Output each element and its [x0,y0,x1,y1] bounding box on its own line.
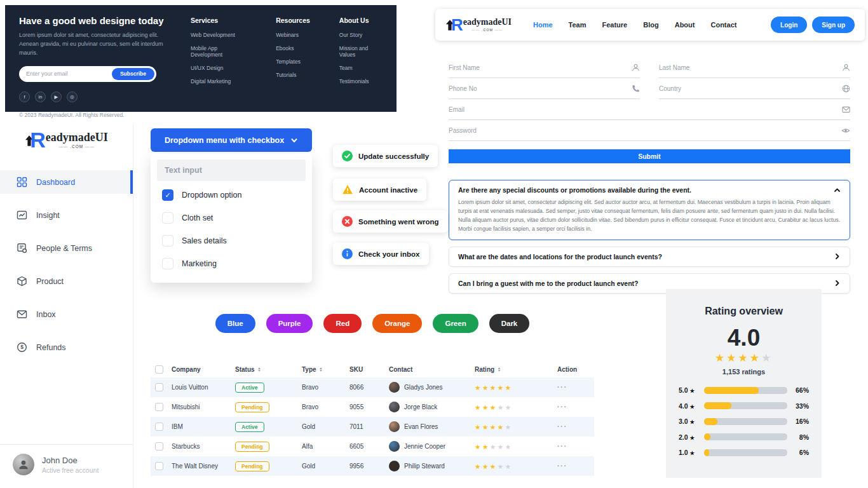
linkedin-icon[interactable]: in [35,92,46,102]
sort-icon[interactable]: ▲▼ [498,367,501,372]
sidebar-item-people-terms[interactable]: People & Terms [0,236,133,260]
sidebar-item-product[interactable]: Product [0,269,133,293]
footer-link[interactable]: Mission and Values [339,45,383,58]
star-empty-icon: ★ [505,423,513,431]
faq-item[interactable]: Are there any special discounts or promo… [449,180,850,240]
red-button[interactable]: Red [323,314,362,333]
sidebar-item-insight[interactable]: Insight [0,203,133,227]
dark-button[interactable]: Dark [489,314,530,333]
nav-link-contact[interactable]: Contact [710,21,736,29]
faq-item[interactable]: What are the dates and locations for the… [449,247,850,267]
action-cell: ··· [557,463,594,470]
row-checkbox[interactable] [155,423,163,431]
footer-column: About UsOur StoryMission and ValuesTeamT… [339,17,383,102]
dropdown-toggle-button[interactable]: Dropdown menu with checkbox [151,128,312,152]
orange-button[interactable]: Orange [372,314,422,333]
email-input[interactable] [26,71,112,77]
row-checkbox[interactable] [155,462,163,470]
chevron-right-icon [834,280,841,287]
table-row[interactable]: IBMActiveGold7011Evan Flores★★★★★··· [151,417,594,437]
sort-icon[interactable]: ▲▼ [320,367,323,372]
instagram-icon[interactable]: ◎ [67,92,78,102]
dropdown-option[interactable]: Marketing [157,252,306,275]
subscribe-button[interactable]: Subscribe [112,68,154,80]
row-actions-button[interactable]: ··· [557,423,567,430]
rating-stars: ★★★★★ [475,423,513,431]
toast-message: Something went wrong [358,218,439,226]
faq-question-text: What are the dates and locations for the… [458,253,662,261]
nav-link-team[interactable]: Team [569,21,587,29]
dropdown-option[interactable]: Cloth set [157,207,306,229]
table-row[interactable]: StarbucksPendingAlfa6605Jennie Cooper★★★… [151,437,594,456]
table-row[interactable]: Louis VuittonActiveBravo8066Gladys Jones… [151,377,594,397]
row-checkbox[interactable] [155,403,163,411]
footer-link[interactable]: UI/UX Design [191,65,247,71]
rating-bar-fill [704,433,710,440]
purple-button[interactable]: Purple [266,314,313,333]
row-checkbox[interactable] [155,442,163,451]
checkbox-checked[interactable]: ✓ [162,189,173,201]
nav-link-home[interactable]: Home [533,21,553,29]
table-header-row: CompanyStatus▲▼Type▲▼SKUContactRating▲▼A… [151,361,594,377]
footer-link[interactable]: Digital Marketing [191,78,247,85]
star-filled-icon: ★ [726,352,738,364]
nav-link-blog[interactable]: Blog [643,21,658,29]
dropdown-option[interactable]: Sales details [157,229,306,252]
footer-link[interactable]: Web Development [191,32,247,38]
sort-icon[interactable]: ▲▼ [258,367,261,372]
column-header-action: Action [557,366,594,373]
star-filled-icon: ★ [482,443,490,451]
sidebar-item-refunds[interactable]: $Refunds [0,336,133,359]
facebook-icon[interactable]: f [19,92,30,102]
star-filled-icon: ★ [475,443,482,451]
row-checkbox[interactable] [155,383,163,391]
sidebar-item-label: People & Terms [36,244,92,253]
checkbox-unchecked[interactable] [162,235,173,247]
submit-button[interactable]: Submit [449,149,850,163]
row-actions-button[interactable]: ··· [557,463,567,470]
text-input[interactable] [165,166,306,175]
sidebar-item-dashboard[interactable]: Dashboard [0,170,133,194]
sidebar-item-inbox[interactable]: Inbox [0,302,133,326]
sidebar-item-label: Dashboard [36,178,75,187]
dropdown-option[interactable]: ✓Dropdown option [157,184,306,207]
footer-link[interactable]: Team [339,65,383,71]
rating-bar-percent: 66% [792,386,809,394]
checkbox-unchecked[interactable] [162,212,173,224]
rating-bar-percent: 33% [792,402,809,410]
status-badge: Active [235,422,264,432]
youtube-icon[interactable]: ▶ [51,92,62,102]
action-cell: ··· [557,384,594,391]
brand-logo[interactable]: R eadymadeUI .COM [445,18,512,32]
signup-button[interactable]: Sign up [812,17,855,33]
user-profile[interactable]: John Doe Active free account [0,444,133,482]
first-name-field[interactable]: First Name [449,57,640,78]
phone-no-field[interactable]: Phone No [449,78,640,99]
row-actions-button[interactable]: ··· [557,403,567,410]
footer-link[interactable]: Ebooks [276,45,310,51]
footer-link[interactable]: Templates [276,58,310,65]
checkbox-unchecked[interactable] [162,258,173,269]
footer-link[interactable]: Webinars [276,32,310,38]
email-field[interactable]: Email [449,99,850,120]
footer-link[interactable]: Tutorials [276,72,310,78]
brand-logo[interactable]: R eadymadeUI .COM [25,132,108,149]
nav-link-about[interactable]: About [675,21,695,29]
footer-link[interactable]: Our Story [339,32,383,38]
country-field[interactable]: Country [659,78,850,99]
footer-link[interactable]: Mobile App Development [191,45,247,58]
login-button[interactable]: Login [771,17,807,33]
password-field[interactable]: Password [449,120,850,141]
nav-link-feature[interactable]: Feature [602,21,628,29]
footer-link[interactable]: Testimonials [339,78,383,85]
row-actions-button[interactable]: ··· [557,384,567,391]
green-button[interactable]: Green [433,314,478,333]
star-empty-icon: ★ [761,352,773,364]
table-row[interactable]: The Walt DisneyPendingGold9956Philip Ste… [151,456,594,476]
last-name-field[interactable]: Last Name [659,57,850,78]
blue-button[interactable]: Blue [215,314,255,333]
select-all-checkbox[interactable] [155,365,163,374]
row-actions-button[interactable]: ··· [557,443,567,450]
table-row[interactable]: MitsubishiPendingBravo9055Jorge Black★★★… [151,397,594,417]
type-cell: Alfa [302,443,349,450]
